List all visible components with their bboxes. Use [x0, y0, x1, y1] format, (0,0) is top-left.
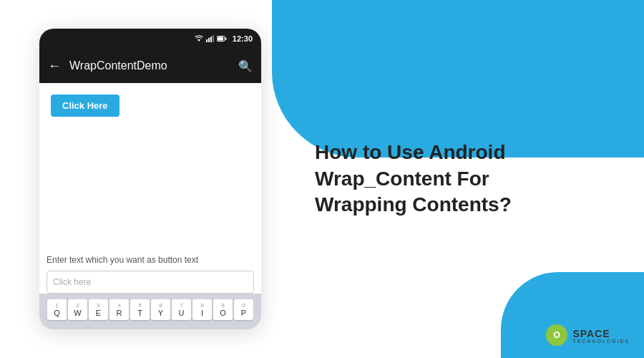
spaceo-logo-icon: O — [545, 324, 568, 347]
app-white-area: Click Here — [39, 83, 261, 243]
svg-rect-3 — [210, 37, 212, 42]
input-field[interactable]: Click here — [47, 271, 254, 294]
right-section: How to Use Android Wrap_Content For Wrap… — [301, 0, 644, 358]
main-content: 12:30 ← WrapContentDemo 🔍 Click Here Ent… — [0, 0, 644, 358]
back-arrow-icon[interactable]: ← — [48, 59, 61, 74]
key-u[interactable]: 7U — [172, 299, 191, 320]
svg-rect-7 — [218, 37, 223, 41]
svg-text:O: O — [554, 330, 561, 340]
key-p[interactable]: 0P — [234, 299, 253, 320]
input-placeholder: Click here — [53, 277, 91, 287]
logo-container: O SPACE TECHNOLOGIES — [545, 324, 630, 347]
click-here-button[interactable]: Click Here — [51, 95, 119, 117]
logo-name: SPACE — [572, 328, 610, 339]
key-r[interactable]: 4R — [109, 299, 129, 320]
svg-rect-6 — [225, 38, 226, 40]
logo-sub: TECHNOLOGIES — [572, 339, 630, 344]
key-w[interactable]: 2W — [68, 299, 87, 320]
app-toolbar: ← WrapContentDemo 🔍 — [39, 49, 261, 83]
status-time: 12:30 — [233, 34, 253, 43]
status-bar: 12:30 — [39, 29, 261, 49]
key-y[interactable]: 6Y — [151, 299, 170, 320]
svg-marker-0 — [197, 39, 200, 42]
signal-icon — [206, 35, 215, 42]
keyboard-row: 1Q 2W 3E 4R 5T 6Y 7U 8I 9O 0P — [47, 299, 254, 320]
svg-rect-2 — [208, 38, 210, 42]
search-icon[interactable]: 🔍 — [238, 59, 253, 73]
key-e[interactable]: 3E — [89, 299, 108, 320]
keyboard-area: Enter text which you want as button text… — [39, 243, 261, 329]
article-title: How to Use Android Wrap_Content For Wrap… — [315, 140, 587, 218]
key-i[interactable]: 8I — [192, 299, 212, 320]
signal-icons — [194, 35, 227, 42]
wifi-icon — [194, 35, 204, 42]
phone-mockup: 12:30 ← WrapContentDemo 🔍 Click Here Ent… — [39, 29, 261, 329]
svg-rect-4 — [213, 35, 214, 42]
svg-rect-1 — [206, 39, 208, 42]
battery-icon — [217, 35, 227, 42]
key-t[interactable]: 5T — [130, 299, 150, 320]
input-label: Enter text which you want as button text — [39, 249, 261, 268]
left-section: 12:30 ← WrapContentDemo 🔍 Click Here Ent… — [0, 0, 301, 358]
key-o[interactable]: 9O — [213, 299, 233, 320]
logo-text-block: SPACE TECHNOLOGIES — [572, 327, 630, 344]
key-q[interactable]: 1Q — [47, 299, 67, 320]
toolbar-title: WrapContentDemo — [69, 59, 230, 72]
